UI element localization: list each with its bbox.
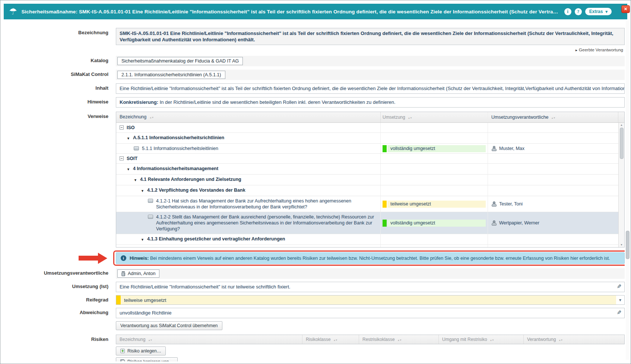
verweise-row[interactable]: 5.1.1 Informationssicherheitsleitlinienv… — [116, 144, 618, 154]
hinweise-row: Hinweise Konkretisierung: In der Richtli… — [4, 97, 625, 108]
sort-icon[interactable] — [408, 115, 412, 120]
risiko-anlegen-button[interactable]: Risiko anlegen… — [116, 347, 166, 355]
verweise-table: Bezeichnung Umsetzung Umsetzungsverantwo… — [116, 112, 625, 248]
close-button[interactable] — [621, 5, 630, 13]
reifegrad-row: Reifegrad teilweise umgesetzt — [4, 295, 625, 305]
verantwortung-uebernehmen-button[interactable]: Verantwortung aus SiMaKat Control überne… — [116, 321, 222, 330]
dropdown-caret-icon[interactable] — [616, 296, 624, 304]
verweise-row[interactable]: 4.1.2-2 Stellt das Management der Bank a… — [116, 212, 618, 234]
edit-icon[interactable] — [617, 284, 622, 290]
person-chip[interactable]: Admin, Anton — [117, 269, 159, 278]
add-icon — [120, 349, 125, 353]
scroll-down-icon[interactable]: ▼ — [620, 243, 623, 246]
umsetzung-ist-row: Umsetzung (Ist) Eine Richtlinie/Leitlini… — [4, 282, 625, 292]
reifegrad-label: Reifegrad — [4, 295, 116, 305]
simakat-chip[interactable]: 2.1.1. Informationssicherheitsrichtlinie… — [117, 71, 225, 79]
row-label: 4.1.2-2 Stellt das Management der Bank a… — [156, 214, 377, 232]
edit-icon[interactable] — [617, 310, 622, 316]
inhalt-field[interactable]: Eine Richtlinie/Leitlinie "Informationss… — [116, 83, 625, 94]
scroll-up-icon[interactable]: ▲ — [620, 124, 623, 127]
reifegrad-select[interactable]: teilweise umgesetzt — [116, 295, 625, 305]
risiken-header: Bezeichnung Risikoklasse Restrisikoklass… — [116, 335, 624, 344]
copy-icon — [120, 360, 125, 361]
verweise-row-group: Verweise Bezeichnung Umsetzung Umsetzung… — [4, 112, 625, 252]
risiken-kopieren-button[interactable]: Risiken kopieren von… — [116, 357, 178, 361]
sort-icon[interactable] — [148, 337, 152, 342]
risiken-label: Risiken — [4, 335, 116, 361]
column-header-umsetzungsverantwortliche[interactable]: Umsetzungsverantwortliche — [488, 112, 618, 122]
expanded-node-icon[interactable] — [127, 166, 130, 172]
column-header-restrisikoklasse[interactable]: Restrisikoklasse — [359, 335, 439, 344]
bezeichnung-row: Bezeichnung SMK-IS-A.05.01.01-01 Eine Ri… — [4, 28, 625, 53]
status-indicator: vollständig umgesetzt — [383, 145, 486, 152]
row-label: 4.1.2-1 Hat sich das Management der Bank… — [156, 198, 377, 210]
hint-box: i Hinweis: Bei mindestens einem Verweis … — [116, 252, 625, 264]
expanded-node-icon[interactable] — [141, 236, 144, 243]
triangle-right-icon — [575, 48, 579, 52]
katalog-field: Sicherheitsmaßnahmenkatalog der Fiducia … — [116, 56, 625, 66]
info-circle-icon: i — [121, 255, 126, 261]
page-scrollbar[interactable] — [626, 20, 630, 360]
hinweise-field[interactable]: Konkretisierung: In der Richtlinie/Leitl… — [116, 97, 625, 108]
status-color-block — [116, 296, 121, 304]
column-header-risiko-bezeichnung[interactable]: Bezeichnung — [116, 335, 302, 344]
verweise-row[interactable]: 4 Informationssicherheitsmanagement — [116, 164, 618, 175]
sort-icon[interactable] — [551, 115, 555, 120]
expanded-node-icon[interactable] — [141, 188, 144, 194]
bezeichnung-field[interactable]: SMK-IS-A.05.01.01-01 Eine Richtlinie/Lei… — [116, 28, 625, 45]
collapse-minus-icon[interactable] — [120, 125, 124, 130]
verweise-row[interactable]: 4.1.3 Einhaltung gesetzlicher und vertra… — [116, 234, 618, 245]
verweise-row[interactable]: 4.1.3-1 Sind die gesetzlichen und vertra… — [116, 245, 618, 247]
abweichung-row: Abweichung unvollständige Richtlinie — [4, 308, 625, 318]
status-indicator: vollständig umgesetzt — [383, 220, 486, 227]
help-icon[interactable]: ? — [575, 8, 582, 15]
document-icon — [148, 215, 153, 219]
sort-icon[interactable] — [558, 337, 562, 342]
sort-icon[interactable] — [333, 337, 337, 342]
verweise-row[interactable]: SOIT — [116, 154, 618, 164]
caret-down-icon — [605, 9, 608, 14]
sort-icon[interactable] — [149, 114, 153, 121]
geerbte-verantwortung-link[interactable]: Geerbte Verantwortung — [575, 48, 623, 52]
document-icon — [134, 146, 139, 150]
status-color-block — [383, 201, 387, 208]
katalog-chip[interactable]: Sicherheitsmaßnahmenkatalog der Fiducia … — [117, 57, 243, 65]
status-text: vollständig umgesetzt — [387, 220, 486, 227]
scrollbar-thumb[interactable] — [620, 128, 624, 159]
hinweise-bold-prefix: Konkretisierung: — [120, 99, 158, 105]
status-indicator: teilweise umgesetzt — [383, 201, 486, 208]
abweichung-field[interactable]: unvollständige Richtlinie — [116, 308, 625, 318]
umbrella-icon — [9, 7, 17, 16]
person-icon — [491, 201, 497, 207]
info-icon[interactable]: i — [564, 8, 571, 15]
form-content: Bezeichnung SMK-IS-A.05.01.01-01 Eine Ri… — [4, 20, 625, 361]
column-header-bezeichnung[interactable]: Bezeichnung — [116, 112, 381, 122]
titlebar: Sicherheitsmaßnahme: SMK-IS-A.05.01.01-0… — [4, 4, 627, 19]
column-header-umsetzung[interactable]: Umsetzung — [381, 112, 488, 122]
status-text: vollständig umgesetzt — [387, 145, 486, 152]
verweise-row[interactable]: A.5.1.1 Informationssicherheitsrichtlini… — [116, 133, 618, 144]
verweise-row[interactable]: 4.1.2-1 Hat sich das Management der Bank… — [116, 196, 618, 212]
sort-icon[interactable] — [397, 337, 402, 342]
extras-label: Extras — [589, 9, 603, 14]
hint-annotation-region: i Hinweis: Bei mindestens einem Verweis … — [116, 252, 625, 264]
extras-button[interactable]: Extras — [585, 8, 612, 15]
row-label: 4.1 Relevante Anforderungen und Zielsetz… — [140, 176, 241, 182]
page-scrollbar-thumb[interactable] — [626, 231, 630, 259]
hinweise-text: In der Richtlinie/Leitlinie sind die wes… — [160, 99, 396, 105]
expanded-node-icon[interactable] — [134, 177, 137, 183]
verweise-row[interactable]: 4.1 Relevante Anforderungen und Zielsetz… — [116, 175, 618, 185]
bezeichnung-label: Bezeichnung — [4, 28, 116, 53]
verweise-row[interactable]: ISO — [116, 123, 618, 133]
collapse-minus-icon[interactable] — [120, 156, 124, 160]
verweise-row[interactable]: 4.1.2 Verpflichtung des Vorstandes der B… — [116, 185, 618, 196]
trash-icon[interactable] — [121, 271, 125, 276]
verweise-scrollbar[interactable]: ▲ ▼ — [618, 123, 624, 247]
column-header-umgang-mit-restrisiko[interactable]: Umgang mit Restrisiko — [439, 335, 524, 344]
umsetzungsverantwortliche-label: Umsetzungsverantwortliche — [4, 268, 116, 279]
sort-icon[interactable] — [490, 337, 494, 342]
column-header-risikoklasse[interactable]: Risikoklasse — [302, 335, 359, 344]
column-header-verantwortung[interactable]: Verantwortung — [524, 335, 624, 344]
umsetzung-ist-field[interactable]: Eine Richtlinie/Leitlinie "Informationss… — [116, 282, 625, 292]
expanded-node-icon[interactable] — [127, 135, 130, 141]
